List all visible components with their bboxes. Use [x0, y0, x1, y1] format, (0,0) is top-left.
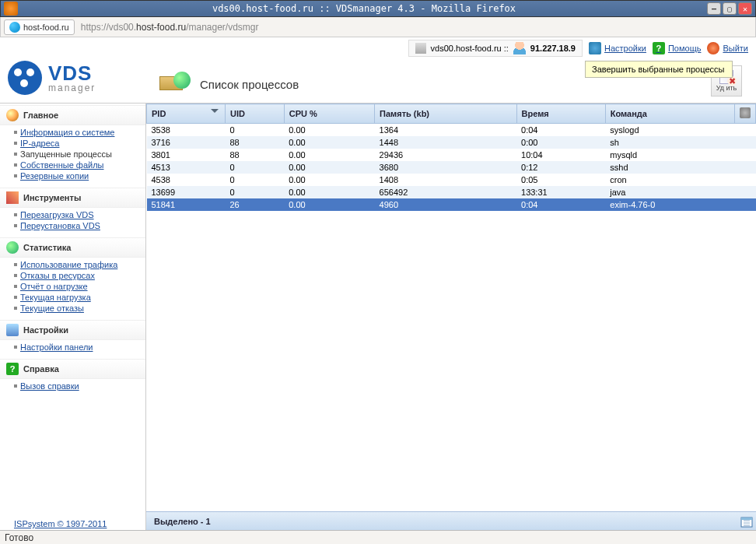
bullet-icon	[14, 174, 17, 177]
sidebar-item-link[interactable]: Перезагрузка VDS	[20, 210, 94, 219]
cell-time: 0:12	[516, 161, 605, 174]
process-table: PIDUIDCPU %Память (kb)ВремяКоманда 35380…	[146, 104, 756, 211]
column-header[interactable]: Команда	[605, 104, 734, 124]
bullet-icon	[14, 142, 17, 145]
cell-uid: 26	[225, 198, 284, 211]
sidebar-item-link[interactable]: Запущенные процессы	[20, 149, 112, 159]
sidebar-item-link[interactable]: Отказы в ресурсах	[20, 271, 95, 280]
sidebar-item[interactable]: Перезагрузка VDS	[14, 209, 145, 220]
content-area: PIDUIDCPU %Память (kb)ВремяКоманда 35380…	[146, 104, 756, 530]
sidebar-section-hlp[interactable]: ?Справка	[0, 359, 145, 379]
browser-status-text: Готово	[5, 532, 33, 543]
cell-cmd: syslogd	[605, 124, 734, 137]
cell-cpu: 0.00	[284, 124, 374, 137]
sidebar-item-link[interactable]: Текущая нагрузка	[20, 293, 91, 302]
cell-mem: 3680	[375, 161, 516, 174]
column-header[interactable]: PID	[147, 104, 226, 124]
sidebar-section-tools[interactable]: Инструменты	[0, 188, 145, 208]
sidebar-section-title: Справка	[23, 364, 59, 374]
sidebar-section-stats[interactable]: Статистика	[0, 237, 145, 258]
minimize-button[interactable]: –	[707, 2, 721, 15]
sidebar-item[interactable]: Запущенные процессы	[14, 149, 145, 160]
sidebar-item[interactable]: Отчёт о нагрузке	[14, 281, 145, 292]
sidebar-section-cfg[interactable]: Настройки	[0, 320, 145, 340]
sidebar-item-link[interactable]: Переустановка VDS	[20, 221, 100, 230]
exit-icon	[707, 42, 719, 54]
sidebar-item[interactable]: IP-адреса	[14, 138, 145, 149]
table-row[interactable]: 353800.0013640:04syslogd	[147, 124, 756, 137]
column-settings-header[interactable]	[735, 104, 756, 124]
bullet-icon	[14, 307, 17, 310]
table-row[interactable]: 3716880.0014480:00sh	[147, 136, 756, 149]
sidebar-item-link[interactable]: Использование трафика	[20, 260, 117, 269]
bullet-icon	[14, 263, 17, 266]
sidebar-item-link[interactable]: IP-адреса	[20, 139, 59, 148]
table-row[interactable]: 451300.0036800:12sshd	[147, 161, 756, 174]
app-header: vds00.host-food.ru :: 91.227.18.9 Настро…	[0, 37, 756, 104]
exit-link[interactable]: Выйти	[707, 42, 748, 54]
settings-link[interactable]: Настройки	[589, 42, 646, 54]
sidebar-item-link[interactable]: Резервные копии	[20, 171, 89, 181]
cell-time: 133:31	[516, 186, 605, 198]
globe-icon	[9, 22, 20, 33]
cell-mem: 656492	[375, 186, 516, 198]
page-icon	[159, 68, 191, 100]
cfg-icon	[6, 324, 19, 336]
cell-mem: 1364	[375, 124, 516, 137]
sidebar-item-link[interactable]: Информация о системе	[20, 128, 114, 137]
help-link[interactable]: ?Помощь	[653, 42, 702, 54]
bullet-icon	[14, 384, 17, 388]
close-button[interactable]: ✕	[738, 2, 752, 15]
maximize-button[interactable]: ▢	[723, 2, 737, 15]
column-header[interactable]: Память (kb)	[375, 104, 516, 124]
cell-cmd: cron	[605, 174, 734, 186]
site-identity-button[interactable]: host-food.ru	[4, 19, 75, 35]
main-icon	[6, 109, 19, 121]
cell-pid: 51841	[147, 198, 226, 211]
browser-status-bar: Готово	[0, 530, 756, 544]
browser-address-bar: host-food.ru https://vds00.host-food.ru/…	[0, 17, 756, 37]
sidebar-item[interactable]: Резервные копии	[14, 170, 145, 181]
table-row[interactable]: 3801880.002943610:04mysqld	[147, 149, 756, 161]
tools-icon	[6, 191, 19, 204]
cell-uid: 88	[225, 149, 284, 161]
column-header[interactable]: CPU %	[284, 104, 374, 124]
svg-rect-1	[741, 518, 752, 520]
bullet-icon	[14, 296, 17, 299]
table-row[interactable]: 453800.0014080:05cron	[147, 174, 756, 186]
sidebar-item[interactable]: Информация о системе	[14, 127, 145, 138]
sidebar-section-main[interactable]: Главное	[0, 105, 145, 125]
sidebar-section-title: Статистика	[23, 243, 72, 252]
sidebar-item-link[interactable]: Отчёт о нагрузке	[20, 282, 88, 291]
window-title: vds00.host-food.ru :: VDSmanager 4.3 - M…	[21, 3, 707, 14]
window-titlebar: vds00.host-food.ru :: VDSmanager 4.3 - M…	[0, 0, 756, 17]
sidebar-item[interactable]: Отказы в ресурсах	[14, 270, 145, 281]
url-display[interactable]: https://vds00.host-food.ru/manager/vdsmg…	[81, 22, 259, 33]
sidebar-item[interactable]: Переустановка VDS	[14, 220, 145, 231]
sidebar-item[interactable]: Использование трафика	[14, 259, 145, 270]
sidebar-item[interactable]: Настройки панели	[14, 342, 145, 353]
sidebar-item-link[interactable]: Вызов справки	[20, 381, 79, 391]
sidebar-item[interactable]: Текущие отказы	[14, 303, 145, 314]
bullet-icon	[14, 285, 17, 288]
sidebar-item[interactable]: Собственные файлы	[14, 160, 145, 170]
table-row[interactable]: 51841260.0049600:04exim-4.76-0	[147, 198, 756, 211]
cell-uid: 88	[225, 136, 284, 149]
bullet-icon	[14, 224, 17, 227]
bullet-icon	[14, 213, 17, 216]
stats-icon	[6, 241, 19, 254]
sidebar-item-link[interactable]: Настройки панели	[20, 342, 93, 352]
sidebar-item-link[interactable]: Текущие отказы	[20, 304, 84, 313]
copyright-link[interactable]: ISPsystem © 1997-2011	[14, 519, 107, 528]
column-header[interactable]: UID	[225, 104, 284, 124]
sidebar-item-link[interactable]: Собственные файлы	[20, 160, 103, 170]
table-row[interactable]: 1369900.00656492133:31java	[147, 186, 756, 198]
column-header[interactable]: Время	[516, 104, 605, 124]
user-icon	[513, 42, 526, 54]
sidebar-item[interactable]: Текущая нагрузка	[14, 292, 145, 303]
gear-icon	[740, 107, 751, 118]
process-table-wrap[interactable]: PIDUIDCPU %Память (kb)ВремяКоманда 35380…	[146, 104, 756, 511]
configure-columns-icon[interactable]	[740, 516, 753, 528]
cell-pid: 13699	[147, 186, 226, 198]
sidebar-item[interactable]: Вызов справки	[14, 381, 145, 391]
